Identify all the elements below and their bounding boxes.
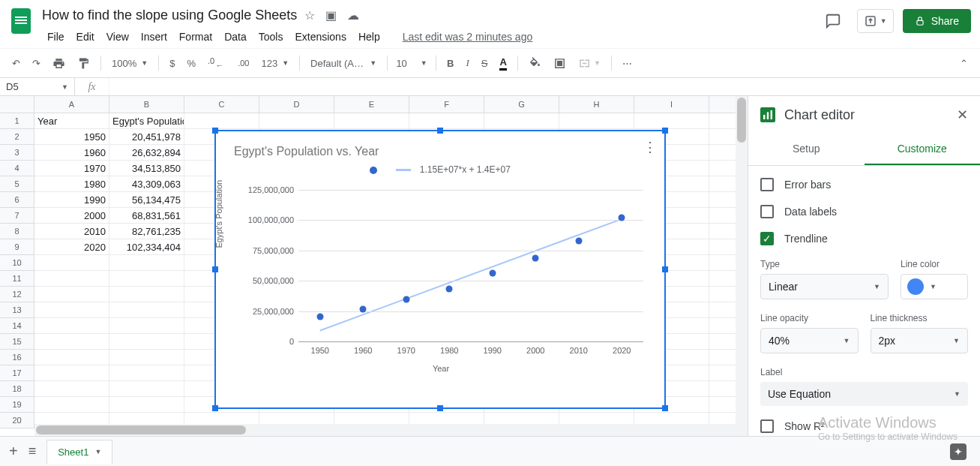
select-all-corner[interactable]	[0, 96, 34, 113]
cell-B19[interactable]	[109, 397, 184, 412]
cell-A8[interactable]: 2010	[34, 224, 109, 239]
row-header-13[interactable]: 13	[0, 302, 34, 318]
cell-D1[interactable]	[259, 113, 334, 128]
checkbox-trendline[interactable]: ✓ Trendline	[760, 232, 968, 245]
last-edit-link[interactable]: Last edit was 2 minutes ago	[397, 28, 538, 46]
cell-A17[interactable]	[34, 365, 109, 380]
cell-A7[interactable]: 2000	[34, 208, 109, 223]
col-header-G[interactable]: G	[484, 96, 559, 113]
col-header-A[interactable]: A	[34, 96, 109, 113]
row-header-16[interactable]: 16	[0, 350, 34, 365]
vertical-scrollbar[interactable]	[736, 96, 748, 436]
merge-button[interactable]: ▼	[574, 54, 605, 73]
cells-grid[interactable]: YearEgypt's Population195020,451,9781960…	[34, 113, 748, 428]
checkbox-show-r2[interactable]: Show R²	[760, 419, 968, 433]
cell-B17[interactable]	[109, 365, 184, 380]
row-header-12[interactable]: 12	[0, 287, 34, 302]
undo-button[interactable]: ↶	[7, 55, 25, 72]
cell-A3[interactable]: 1960	[34, 145, 109, 160]
menu-format[interactable]: Format	[174, 28, 217, 46]
cell-B9[interactable]: 102,334,404	[109, 239, 184, 254]
resize-handle[interactable]	[437, 128, 443, 134]
cell-A2[interactable]: 1950	[34, 129, 109, 144]
select-line-color[interactable]: ▼	[901, 274, 968, 299]
italic-button[interactable]: I	[461, 54, 473, 72]
cell-B11[interactable]	[109, 271, 184, 286]
cell-A9[interactable]: 2020	[34, 239, 109, 254]
text-color-button[interactable]: A	[495, 53, 511, 74]
checkbox-error-bars[interactable]: Error bars	[760, 178, 968, 191]
row-header-19[interactable]: 19	[0, 397, 34, 413]
select-label[interactable]: Use Equation▼	[760, 382, 968, 406]
cell-A19[interactable]	[34, 397, 109, 412]
select-line-opacity[interactable]: 40%▼	[760, 328, 859, 353]
row-header-6[interactable]: 6	[0, 192, 34, 208]
cell-B5[interactable]: 43,309,063	[109, 176, 184, 191]
resize-handle[interactable]	[662, 128, 668, 134]
zoom-dropdown[interactable]: 100%▼	[107, 55, 152, 72]
horizontal-scrollbar[interactable]	[34, 424, 736, 436]
cell-A6[interactable]: 1990	[34, 192, 109, 207]
font-dropdown[interactable]: Default (Ari...▼	[306, 55, 381, 72]
borders-button[interactable]	[549, 54, 571, 73]
close-icon[interactable]: ✕	[957, 107, 968, 123]
cell-B13[interactable]	[109, 302, 184, 317]
more-formats-dropdown[interactable]: 123▼	[256, 55, 293, 72]
percent-button[interactable]: %	[182, 55, 200, 72]
menu-data[interactable]: Data	[219, 28, 252, 46]
row-header-2[interactable]: 2	[0, 129, 34, 145]
menu-edit[interactable]: Edit	[71, 28, 100, 46]
cell-B3[interactable]: 26,632,894	[109, 145, 184, 160]
add-sheet-button[interactable]: +	[9, 443, 18, 460]
col-header-H[interactable]: H	[559, 96, 634, 113]
row-header-20[interactable]: 20	[0, 413, 34, 428]
cell-H1[interactable]	[559, 113, 634, 128]
cell-A18[interactable]	[34, 381, 109, 396]
checkbox-data-labels[interactable]: Data labels	[760, 205, 968, 218]
increase-decimal-button[interactable]: .00	[233, 56, 253, 71]
explore-button[interactable]: ✦	[950, 443, 967, 460]
cell-A14[interactable]	[34, 318, 109, 333]
col-header-I[interactable]: I	[634, 96, 709, 113]
menu-help[interactable]: Help	[353, 28, 385, 46]
name-box[interactable]: D5 ▼	[0, 78, 75, 95]
bold-button[interactable]: B	[442, 55, 458, 72]
cell-B10[interactable]	[109, 255, 184, 270]
cell-B18[interactable]	[109, 381, 184, 396]
paint-format-button[interactable]	[73, 54, 94, 73]
chart-menu-button[interactable]: ⋮	[643, 139, 657, 155]
decrease-decimal-button[interactable]: .0←	[203, 56, 230, 71]
row-header-15[interactable]: 15	[0, 334, 34, 350]
chart-embedded[interactable]: ⋮ Egypt's Population vs. Year 1.15E+07*x…	[214, 130, 666, 409]
row-header-9[interactable]: 9	[0, 239, 34, 255]
doc-title[interactable]: How to find the slope using Google Sheet…	[42, 8, 297, 23]
col-header-F[interactable]: F	[409, 96, 484, 113]
row-header-18[interactable]: 18	[0, 381, 34, 397]
row-header-14[interactable]: 14	[0, 318, 34, 334]
fill-color-button[interactable]	[524, 54, 546, 73]
menu-file[interactable]: File	[42, 28, 70, 46]
share-button[interactable]: Share	[903, 9, 971, 33]
row-header-4[interactable]: 4	[0, 161, 34, 176]
cell-A16[interactable]	[34, 350, 109, 365]
all-sheets-button[interactable]: ≡	[28, 443, 37, 459]
menu-tools[interactable]: Tools	[253, 28, 289, 46]
col-header-C[interactable]: C	[184, 96, 259, 113]
row-header-17[interactable]: 17	[0, 365, 34, 381]
row-header-10[interactable]: 10	[0, 255, 34, 271]
resize-handle[interactable]	[662, 266, 668, 272]
resize-handle[interactable]	[662, 405, 668, 411]
resize-handle[interactable]	[212, 405, 218, 411]
row-header-11[interactable]: 11	[0, 271, 34, 287]
cell-B7[interactable]: 68,831,561	[109, 208, 184, 223]
cell-B14[interactable]	[109, 318, 184, 333]
cell-B12[interactable]	[109, 287, 184, 302]
cell-A10[interactable]	[34, 255, 109, 270]
cell-B8[interactable]: 82,761,235	[109, 224, 184, 239]
cell-B6[interactable]: 56,134,475	[109, 192, 184, 207]
cell-B2[interactable]: 20,451,978	[109, 129, 184, 144]
currency-button[interactable]: $	[165, 55, 179, 72]
comments-button[interactable]	[818, 6, 848, 36]
cell-A4[interactable]: 1970	[34, 161, 109, 176]
col-header-E[interactable]: E	[334, 96, 409, 113]
